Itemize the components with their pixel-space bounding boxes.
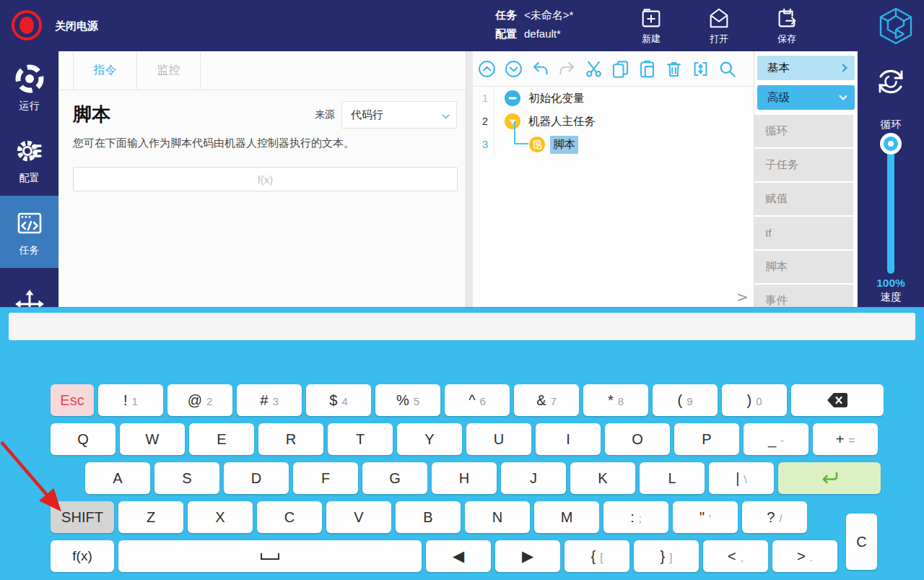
source-select[interactable]: 代码行 <box>341 101 457 129</box>
keyboard-input[interactable] <box>9 313 915 340</box>
key-main-label: H <box>459 470 469 487</box>
tab-monitor[interactable]: 监控 <box>137 51 201 90</box>
topbar-actions: 新建打开保存 <box>628 7 810 46</box>
keyboard-key[interactable]: #3 <box>237 384 302 416</box>
keyboard-key[interactable]: _- <box>744 423 808 455</box>
key-arrow-left[interactable]: ◀ <box>426 540 491 572</box>
palette-item-3[interactable]: If <box>754 217 853 249</box>
power-button[interactable] <box>12 10 42 40</box>
script-expression-input[interactable] <box>73 167 458 191</box>
delete-button[interactable] <box>663 59 684 79</box>
keyboard-key[interactable]: X <box>188 501 253 533</box>
keyboard-key[interactable]: %5 <box>375 384 440 416</box>
save-button[interactable]: 保存 <box>764 7 810 46</box>
redo-button[interactable] <box>557 59 577 79</box>
tab-instruction[interactable]: 指令 <box>74 51 137 90</box>
keyboard-key[interactable]: Z <box>118 501 183 533</box>
keyboard-key[interactable]: R <box>258 423 323 455</box>
key-main-label: $ <box>329 392 337 409</box>
keyboard-key[interactable]: ?/ <box>742 501 807 533</box>
keyboard-key[interactable]: "' <box>673 501 738 533</box>
loop-icon[interactable] <box>872 63 910 103</box>
enter-icon <box>819 470 840 486</box>
key-sub-label: , <box>741 551 744 563</box>
keyboard-key[interactable]: }] <box>634 540 699 572</box>
key-main-label: C <box>284 509 295 526</box>
palette-section-basic[interactable]: 基本 <box>757 56 855 80</box>
keyboard-key[interactable]: $4 <box>306 384 371 416</box>
key-space[interactable] <box>118 540 422 572</box>
search-button[interactable] <box>717 59 737 79</box>
open-button[interactable]: 打开 <box>696 7 742 46</box>
keyboard-key[interactable]: *8 <box>583 384 648 416</box>
keyboard-key[interactable]: :; <box>603 501 668 533</box>
sidebar-item-task[interactable]: 任务 <box>0 196 58 268</box>
keyboard-key[interactable]: O <box>605 423 670 455</box>
keyboard-key[interactable]: V <box>326 501 391 533</box>
keyboard-key[interactable]: J <box>501 462 566 494</box>
keyboard-key[interactable]: T <box>328 423 393 455</box>
keyboard-key[interactable]: N <box>465 501 530 533</box>
keyboard-key[interactable]: (9 <box>653 384 718 416</box>
keyboard-key[interactable]: B <box>396 501 461 533</box>
keyboard-key[interactable]: L <box>640 462 705 494</box>
key-backspace[interactable] <box>791 384 884 416</box>
keyboard-key[interactable]: C <box>257 501 322 533</box>
speed-value: 100% <box>858 277 924 290</box>
expand-all-button[interactable] <box>503 59 523 79</box>
key-c[interactable]: C <box>846 514 877 570</box>
keyboard-key[interactable]: U <box>466 423 531 455</box>
keyboard-key[interactable]: P <box>674 423 739 455</box>
key-main-label: U <box>494 431 504 448</box>
new-button[interactable]: 新建 <box>628 7 674 46</box>
insert-button[interactable] <box>690 59 710 79</box>
keyboard-key[interactable]: @2 <box>167 384 232 416</box>
keyboard-key[interactable]: A <box>85 462 150 494</box>
keyboard-key[interactable]: S <box>154 462 219 494</box>
keyboard-key[interactable]: {[ <box>565 540 629 572</box>
key-shift[interactable]: SHIFT <box>51 501 114 533</box>
panel-expand-chevron-icon[interactable]: > <box>736 288 749 306</box>
keyboard-key[interactable]: D <box>224 462 289 494</box>
keyboard-key[interactable]: )0 <box>722 384 787 416</box>
keyboard-key[interactable]: <, <box>703 540 768 572</box>
keyboard-key[interactable]: W <box>120 423 185 455</box>
keyboard-key[interactable]: += <box>813 423 878 455</box>
keyboard-key[interactable]: H <box>432 462 497 494</box>
keyboard-key[interactable]: G <box>362 462 427 494</box>
tree-row[interactable]: 1初始化变量 <box>473 87 754 110</box>
palette-item-4[interactable]: 脚本 <box>754 251 853 283</box>
key-fx[interactable]: f(x) <box>51 540 114 572</box>
cut-button[interactable] <box>583 59 603 79</box>
palette-item-0[interactable]: 循环 <box>754 115 853 147</box>
keyboard-key[interactable]: I <box>536 423 601 455</box>
keyboard-key[interactable]: ^6 <box>445 384 510 416</box>
undo-button[interactable] <box>530 59 550 79</box>
keyboard-key[interactable]: |\ <box>709 462 774 494</box>
keyboard-key[interactable]: M <box>534 501 599 533</box>
key-arrow-right[interactable]: ▶ <box>495 540 560 572</box>
palette-item-1[interactable]: 子任务 <box>754 149 853 181</box>
keyboard-key[interactable]: &7 <box>514 384 579 416</box>
paste-button[interactable] <box>637 59 657 79</box>
sidebar-item-run[interactable]: 运行 <box>0 51 58 124</box>
sidebar-item-config[interactable]: 配置 <box>0 124 58 196</box>
palette-item-2[interactable]: 赋值 <box>754 183 853 215</box>
tree-row-label: 初始化变量 <box>526 90 588 108</box>
redo-icon <box>557 59 577 79</box>
key-esc[interactable]: Esc <box>51 384 94 416</box>
speed-slider-track[interactable] <box>887 145 894 274</box>
keyboard-key[interactable]: !1 <box>98 384 163 416</box>
keyboard-key[interactable]: Y <box>397 423 462 455</box>
keyboard-key[interactable]: K <box>570 462 635 494</box>
key-sub-label: 4 <box>341 395 347 407</box>
keyboard-key[interactable]: >. <box>772 540 837 572</box>
key-enter[interactable] <box>778 462 881 494</box>
collapse-all-button[interactable] <box>476 59 497 79</box>
keyboard-key[interactable]: Q <box>51 423 116 455</box>
keyboard-key[interactable]: E <box>189 423 254 455</box>
palette-section-advanced[interactable]: 高级 <box>757 85 855 110</box>
keyboard-key[interactable]: F <box>293 462 358 494</box>
speed-slider-thumb[interactable] <box>880 133 902 155</box>
copy-button[interactable] <box>610 59 630 79</box>
